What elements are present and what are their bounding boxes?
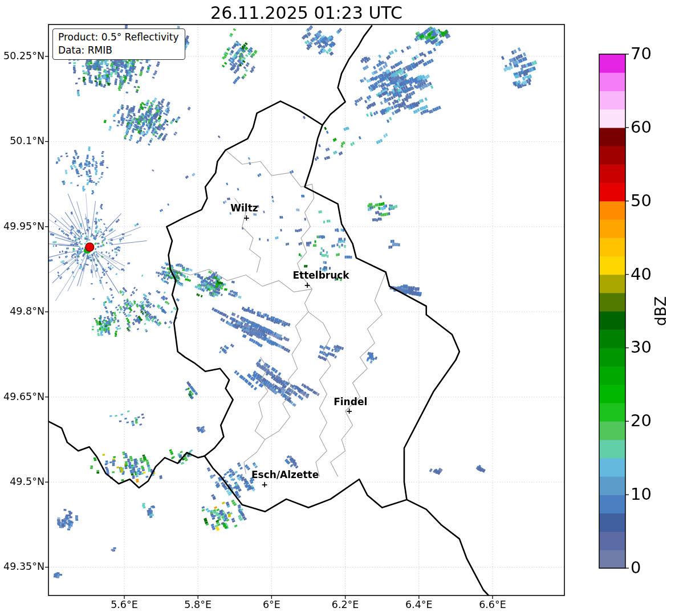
lon-tick-label: 6.2°E bbox=[320, 599, 371, 610]
colorbar-tick-label: 70 bbox=[631, 44, 652, 63]
city-label: Wiltz bbox=[230, 202, 258, 214]
colorbar-tick-label: 0 bbox=[631, 558, 641, 577]
lat-tick-label: 50.25°N bbox=[0, 50, 44, 62]
city-marker: + bbox=[243, 214, 250, 222]
city-marker: + bbox=[304, 281, 311, 289]
city-marker: + bbox=[346, 407, 353, 415]
lat-tick-label: 49.65°N bbox=[0, 391, 44, 402]
radar-map-canvas bbox=[0, 0, 675, 616]
lon-tick-label: 6.6°E bbox=[467, 599, 518, 610]
lat-tick-label: 49.95°N bbox=[0, 221, 44, 232]
city-marker: + bbox=[261, 480, 268, 488]
lon-tick-label: 6.4°E bbox=[393, 599, 445, 610]
colorbar-tick-label: 40 bbox=[631, 264, 652, 284]
colorbar-axis-label: dBZ bbox=[652, 296, 669, 326]
colorbar-tick-label: 30 bbox=[631, 337, 652, 357]
colorbar-tick-label: 20 bbox=[631, 411, 652, 430]
radar-figure-page: { "title": "26.11.2025 01:23 UTC", "prod… bbox=[0, 0, 675, 616]
figure-title: 26.11.2025 01:23 UTC bbox=[48, 3, 564, 23]
colorbar-tick-label: 60 bbox=[631, 117, 652, 137]
lat-tick-label: 49.8°N bbox=[0, 305, 44, 317]
city-label: Findel bbox=[334, 396, 367, 407]
lat-tick-label: 50.1°N bbox=[0, 135, 44, 146]
lat-tick-label: 49.35°N bbox=[0, 561, 44, 572]
product-info-box: Product: 0.5° Reflectivity Data: RMIB bbox=[52, 28, 185, 60]
lon-tick-label: 6°E bbox=[246, 599, 297, 610]
lon-tick-label: 5.6°E bbox=[99, 599, 150, 610]
product-line: Product: 0.5° Reflectivity bbox=[58, 31, 179, 44]
lon-tick-label: 5.8°E bbox=[172, 599, 223, 610]
data-source-line: Data: RMIB bbox=[58, 44, 179, 57]
colorbar-tick-label: 50 bbox=[631, 191, 652, 210]
city-label: Ettelbruck bbox=[292, 270, 349, 281]
city-label: Esch/Alzette bbox=[251, 469, 319, 480]
colorbar-tick-label: 10 bbox=[631, 484, 652, 504]
lat-tick-label: 49.5°N bbox=[0, 476, 44, 487]
